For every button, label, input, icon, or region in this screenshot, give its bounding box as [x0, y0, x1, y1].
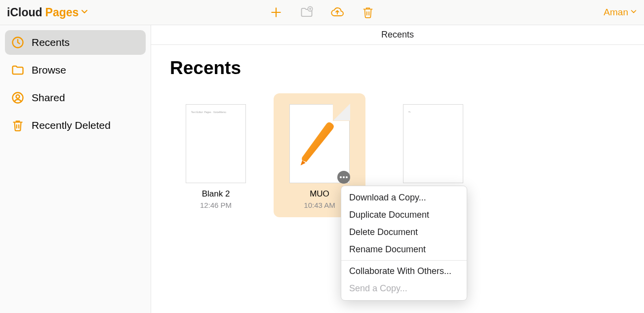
sidebar-item-label: Recents [32, 37, 70, 48]
menu-separator [341, 260, 467, 261]
document-time: 12:46 PM [200, 201, 232, 209]
topbar-left: iCloud Pages [7, 6, 88, 19]
trash-icon[interactable] [361, 5, 375, 19]
menu-item-rename[interactable]: Rename Document [341, 241, 467, 258]
main-area: Recents Browse Shared Recently Deleted R… [0, 25, 644, 313]
sidebar-item-label: Browse [32, 64, 66, 76]
sidebar-item-browse[interactable]: Browse [5, 58, 146, 82]
clock-icon [11, 36, 25, 49]
folder-icon [11, 63, 25, 77]
document-item[interactable]: Text Editor: Pages · VoiceMemo Blank 2 1… [170, 93, 262, 217]
add-icon[interactable] [269, 5, 283, 19]
new-folder-icon[interactable] [300, 5, 314, 19]
menu-item-download-copy[interactable]: Download a Copy... [341, 189, 467, 206]
chevron-down-icon [630, 8, 637, 17]
sidebar-item-recents[interactable]: Recents [5, 30, 146, 55]
chevron-down-icon [80, 7, 88, 17]
document-name: MUO [310, 189, 329, 199]
menu-item-duplicate[interactable]: Duplicate Document [341, 206, 467, 224]
page-fold-icon [333, 104, 350, 121]
document-thumbnail: Text Editor: Pages · VoiceMemo [186, 104, 246, 183]
svg-point-3 [16, 95, 20, 98]
upload-cloud-icon[interactable] [330, 5, 344, 19]
context-menu: Download a Copy... Duplicate Document De… [341, 186, 467, 301]
app-dropdown[interactable]: Pages [45, 6, 89, 19]
pages-pen-icon [298, 121, 341, 170]
menu-item-delete[interactable]: Delete Document [341, 224, 467, 241]
page-title: Recents [170, 58, 625, 78]
document-name: Blank 2 [202, 189, 230, 199]
topbar-actions [269, 5, 375, 19]
document-thumbnail [289, 104, 350, 183]
document-time: 10:43 AM [304, 201, 335, 209]
menu-item-send-copy: Send a Copy... [341, 280, 467, 297]
trash-icon [11, 118, 25, 132]
user-dropdown[interactable]: Aman [604, 7, 637, 18]
more-options-icon[interactable] [337, 171, 350, 184]
thumb-preview-text: Hi, [408, 111, 411, 113]
content-header-title: Recents [151, 25, 644, 45]
sidebar: Recents Browse Shared Recently Deleted [0, 25, 151, 313]
sidebar-item-label: Shared [32, 92, 65, 104]
thumb-preview-text: Text Editor: Pages · VoiceMemo [191, 111, 226, 114]
person-circle-icon [11, 91, 25, 105]
sidebar-item-recently-deleted[interactable]: Recently Deleted [5, 113, 146, 138]
icloud-label[interactable]: iCloud [7, 6, 42, 19]
sidebar-item-label: Recently Deleted [32, 119, 111, 131]
document-thumbnail: Hi, [403, 104, 463, 183]
menu-item-collaborate[interactable]: Collaborate With Others... [341, 263, 467, 280]
app-label: Pages [45, 6, 79, 19]
user-label: Aman [604, 7, 628, 18]
sidebar-item-shared[interactable]: Shared [5, 85, 146, 110]
top-toolbar: iCloud Pages Aman [0, 0, 644, 25]
